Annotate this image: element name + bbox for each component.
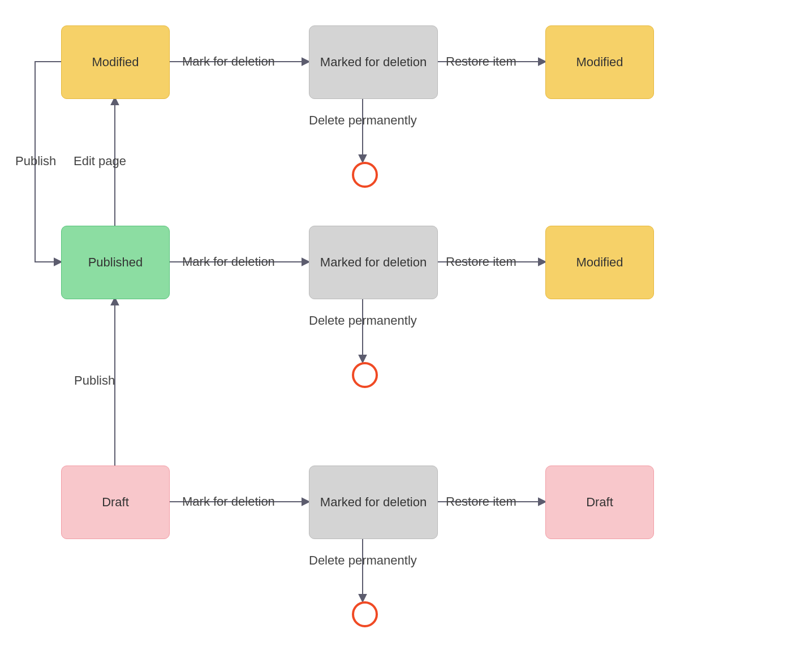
node-label: Marked for deletion: [320, 54, 427, 71]
node-draft: Draft: [61, 466, 170, 539]
edge-label-edit-page: Edit page: [74, 154, 126, 169]
node-marked-b: Marked for deletion: [309, 226, 438, 299]
node-label: Modified: [576, 54, 623, 71]
edge-label-mark-for-deletion: Mark for deletion: [182, 255, 275, 269]
node-label: Published: [88, 255, 143, 271]
node-label: Modified: [92, 54, 139, 71]
node-modified-1: Modified: [61, 25, 170, 99]
node-label: Draft: [102, 494, 129, 511]
node-label: Marked for deletion: [320, 255, 427, 271]
terminal-circle-icon: [352, 362, 378, 388]
terminal-circle-icon: [352, 601, 378, 627]
edge-label-restore-item: Restore item: [446, 255, 516, 269]
node-modified-a2: Modified: [545, 25, 654, 99]
terminal-circle-icon: [352, 162, 378, 188]
edge-label-publish: Publish: [15, 154, 56, 169]
node-label: Marked for deletion: [320, 494, 427, 511]
node-draft-2: Draft: [545, 466, 654, 539]
edge-label-restore-item: Restore item: [446, 494, 516, 509]
node-marked-c: Marked for deletion: [309, 466, 438, 539]
edge-label-restore-item: Restore item: [446, 54, 516, 69]
edge-label-mark-for-deletion: Mark for deletion: [182, 54, 275, 69]
edge-label-publish: Publish: [74, 373, 115, 388]
edges-layer: [0, 0, 792, 672]
node-label: Draft: [586, 494, 613, 511]
node-published: Published: [61, 226, 170, 299]
node-modified-b2: Modified: [545, 226, 654, 299]
edge-label-delete-permanently: Delete permanently: [309, 313, 417, 328]
edge-label-delete-permanently: Delete permanently: [309, 553, 417, 568]
edge-label-delete-permanently: Delete permanently: [309, 113, 417, 128]
node-label: Modified: [576, 255, 623, 271]
edge-label-mark-for-deletion: Mark for deletion: [182, 494, 275, 509]
node-marked-a: Marked for deletion: [309, 25, 438, 99]
diagram-stage: { "canvas": {"width": 1400, "height": 11…: [0, 0, 792, 672]
